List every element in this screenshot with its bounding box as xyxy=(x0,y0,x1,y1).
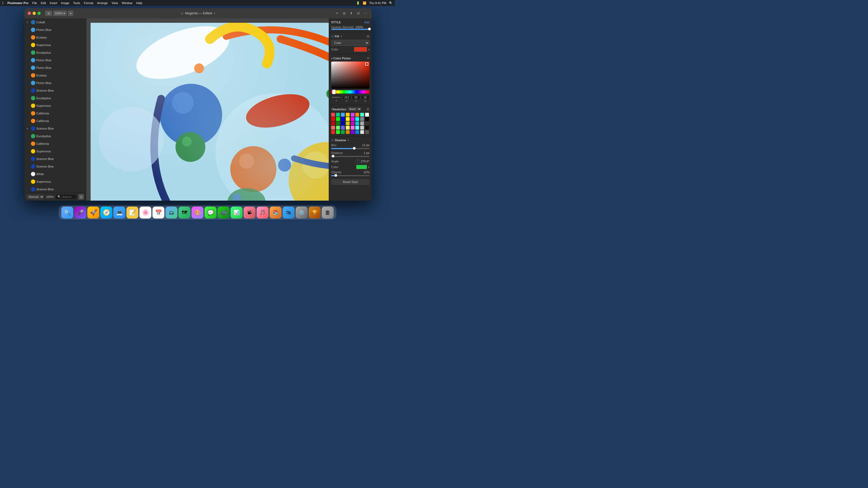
blur-thumb[interactable] xyxy=(353,147,355,150)
dock-finder2[interactable]: 🗂 xyxy=(165,206,177,219)
dock-messages[interactable]: 💬 xyxy=(205,206,216,219)
swatch-item[interactable] xyxy=(355,122,359,125)
menu-format[interactable]: Format xyxy=(84,1,93,5)
fill-color-swatch[interactable] xyxy=(354,47,367,52)
layer-item[interactable]: California xyxy=(24,109,86,117)
layer-item[interactable]: ▾ Cobalt xyxy=(24,19,86,26)
dock-migrate[interactable]: 💻 xyxy=(113,206,125,219)
swatch-item[interactable] xyxy=(346,122,350,125)
swatch-item[interactable] xyxy=(360,126,364,130)
dock-launchpad[interactable]: 🚀 xyxy=(87,206,99,219)
angle-input[interactable]: 270.0° xyxy=(355,159,369,163)
layer-item[interactable]: Eucalyptus xyxy=(24,49,86,56)
menu-window[interactable]: Window xyxy=(122,1,132,5)
swatches-options-button[interactable]: ⚙ xyxy=(367,107,369,111)
swatch-item[interactable] xyxy=(355,117,359,121)
crop-tool-icon[interactable]: ⊞ xyxy=(341,10,347,16)
layer-item[interactable]: Science Blue xyxy=(24,155,86,163)
cp-edit-button[interactable]: ✏ xyxy=(367,56,369,60)
dock-siri[interactable]: 🎤 xyxy=(74,206,86,219)
menu-image[interactable]: Image xyxy=(61,1,69,5)
share-icon[interactable]: ⬆ xyxy=(348,10,354,16)
opacity-thumb[interactable] xyxy=(368,28,371,30)
layer-search-box[interactable]: 🔍 xyxy=(56,195,76,199)
menu-edit[interactable]: Edit xyxy=(41,1,46,5)
layer-item[interactable]: Science Blue xyxy=(24,163,86,170)
color-g-field[interactable]: 50 xyxy=(352,95,360,100)
swatch-item[interactable] xyxy=(365,122,369,125)
blend-mode-select[interactable]: Normal xyxy=(27,194,44,199)
color-hex-field[interactable]: D4321A xyxy=(331,95,342,99)
layer-search-input[interactable] xyxy=(62,195,74,198)
swatch-item[interactable] xyxy=(336,126,340,130)
shadow-color-swatch[interactable] xyxy=(356,165,367,169)
style-add-button[interactable]: Add xyxy=(364,21,369,24)
shadow-checkbox[interactable]: ☑ xyxy=(331,139,334,142)
blur-slider[interactable] xyxy=(331,148,369,149)
dock-numbers[interactable]: 📊 xyxy=(230,206,243,219)
menu-help[interactable]: Help xyxy=(136,1,143,5)
dock-itunes[interactable]: 🎵 xyxy=(257,206,269,219)
shadow-opacity-thumb[interactable] xyxy=(335,174,337,177)
layer-item[interactable]: Picton Blue xyxy=(24,26,86,34)
swatch-item[interactable] xyxy=(351,122,354,125)
color-b-field[interactable]: 26 xyxy=(361,95,369,100)
layer-item[interactable]: Picton Blue xyxy=(24,56,86,64)
layer-item[interactable]: California xyxy=(24,140,86,148)
swatch-item[interactable] xyxy=(346,117,350,121)
add-layer-footer-button[interactable]: + xyxy=(79,194,84,199)
swatch-item[interactable] xyxy=(331,113,335,117)
layer-item[interactable]: Picton Blue xyxy=(24,64,86,72)
layer-item[interactable]: ▾ Science Blue xyxy=(24,125,86,132)
distance-thumb[interactable] xyxy=(332,155,335,158)
swatch-item[interactable] xyxy=(341,117,345,121)
swatch-item[interactable] xyxy=(360,117,364,121)
swatch-item[interactable] xyxy=(360,130,364,134)
swatch-item[interactable] xyxy=(360,113,364,117)
swatch-item[interactable] xyxy=(336,117,340,121)
layer-item[interactable]: Picton Blue xyxy=(24,79,86,87)
swatch-item[interactable] xyxy=(351,126,354,130)
menu-arrange[interactable]: Arrange xyxy=(97,1,108,5)
swatch-item[interactable] xyxy=(355,126,359,130)
menu-view[interactable]: View xyxy=(112,1,118,5)
swatch-item[interactable] xyxy=(360,122,364,125)
hue-thumb[interactable] xyxy=(332,90,336,94)
swatch-item[interactable] xyxy=(365,117,369,121)
swatch-item[interactable] xyxy=(341,122,345,125)
close-button[interactable] xyxy=(28,12,31,15)
hue-slider[interactable] xyxy=(331,90,369,94)
dock-keynote[interactable]: 📽 xyxy=(244,206,255,219)
layer-item[interactable]: California xyxy=(24,117,86,125)
swatch-item[interactable] xyxy=(351,130,354,134)
layer-item[interactable]: Science Blue xyxy=(24,87,86,94)
swatch-item[interactable] xyxy=(341,126,345,130)
swatch-item[interactable] xyxy=(351,117,354,121)
menubar-search[interactable]: 🔍 xyxy=(389,1,393,5)
maximize-button[interactable] xyxy=(37,12,41,15)
menu-file[interactable]: File xyxy=(32,1,37,5)
swatch-item[interactable] xyxy=(331,126,335,130)
layer-item[interactable]: Eucalyptus xyxy=(24,94,86,102)
dock-books[interactable]: 📚 xyxy=(270,206,282,219)
swatch-item[interactable] xyxy=(331,130,335,134)
fill-options-button[interactable]: ⊞ xyxy=(367,34,369,38)
opacity-slider[interactable] xyxy=(331,29,369,30)
swatch-item[interactable] xyxy=(331,122,335,125)
swatch-item[interactable] xyxy=(346,130,350,134)
fill-type-select[interactable]: Color Gradient Image xyxy=(331,40,369,46)
minimize-button[interactable] xyxy=(33,12,36,15)
layer-item[interactable]: Supernova xyxy=(24,148,86,155)
fill-checkbox[interactable]: ☑ xyxy=(331,35,334,38)
swatch-item[interactable] xyxy=(365,130,369,134)
color-gradient-picker[interactable] xyxy=(331,62,369,89)
more-options-icon[interactable]: ⋯ xyxy=(362,10,368,16)
dock-finder[interactable]: 🔍 xyxy=(61,206,73,219)
dock-pixelmator2[interactable]: 🏆 xyxy=(309,206,321,219)
layer-item[interactable]: Science Blue xyxy=(24,186,86,193)
dock-maps[interactable]: 🗺 xyxy=(179,206,190,219)
dock-facetime[interactable]: 📹 xyxy=(218,206,229,219)
dock-stickies[interactable]: 📝 xyxy=(126,206,138,219)
arrange-icon[interactable]: ⊟ xyxy=(355,10,361,16)
reset-style-button[interactable]: Reset Style xyxy=(331,179,369,185)
